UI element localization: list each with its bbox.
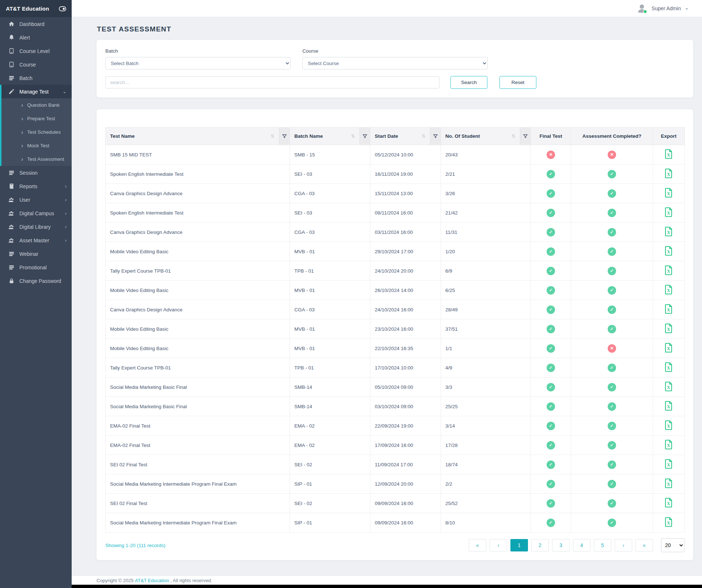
- batch-select[interactable]: Select Batch: [105, 57, 291, 69]
- sidebar-item-batch[interactable]: Batch: [0, 71, 72, 85]
- pagination-next-button[interactable]: ›: [615, 539, 632, 551]
- export-excel-button[interactable]: X: [665, 207, 673, 217]
- page-size-select[interactable]: 20: [661, 538, 684, 552]
- sidebar-item-digital-library[interactable]: Digital Library›: [0, 220, 72, 234]
- chevron-down-icon: ⌄: [684, 5, 689, 11]
- export-excel-button[interactable]: X: [665, 246, 673, 256]
- export-excel-button[interactable]: X: [665, 304, 673, 314]
- export-excel-button[interactable]: X: [665, 401, 673, 411]
- search-input[interactable]: [105, 76, 439, 88]
- sidebar-item-course[interactable]: Course: [0, 58, 72, 71]
- filter-card: Batch Select Batch Course Select Course: [97, 40, 693, 98]
- export-excel-button[interactable]: X: [665, 168, 673, 178]
- sidebar-item-reports[interactable]: Reports›: [0, 179, 72, 193]
- pagination-page-1[interactable]: 1: [510, 539, 528, 551]
- pagination-page-4[interactable]: 4: [573, 539, 590, 551]
- sidebar-item-digital-campus[interactable]: Digital Campus›: [0, 206, 72, 220]
- filter-funnel-icon[interactable]: [279, 128, 290, 145]
- cell-batch-name: MVB - 01: [290, 339, 370, 358]
- cell-test-name: Canva Graphics Design Advance: [106, 184, 290, 203]
- sidebar-item-webinar[interactable]: Webinar: [0, 247, 72, 261]
- cell-start-date: 12/09/2024 20:00: [370, 474, 441, 494]
- export-excel-button[interactable]: X: [665, 265, 673, 275]
- sidebar-item-course-level[interactable]: Course Level: [0, 44, 72, 58]
- cell-export: X: [653, 164, 685, 184]
- table-row: Social Media Marketing Basic FinalSMB-14…: [106, 397, 685, 416]
- sidebar-item-label: Course Level: [19, 48, 50, 54]
- sidebar-item-test-schedules[interactable]: ›Test Schedules: [1, 125, 72, 139]
- export-excel-button[interactable]: X: [665, 285, 673, 295]
- cell-export: X: [653, 300, 685, 319]
- cell-assessment-completed: ✓: [571, 455, 653, 474]
- footer-brand-link[interactable]: AT&T Education: [135, 578, 169, 583]
- cell-test-name: Social Media Marketing Basic Final: [106, 397, 290, 416]
- column-header-batch-name[interactable]: Batch Name⇅: [290, 128, 370, 145]
- pagination-prev-button[interactable]: ‹: [490, 539, 507, 551]
- cell-start-date: 24/10/2024 16:00: [370, 300, 441, 319]
- cell-test-name: Spoken English Intermediate Test: [106, 203, 290, 223]
- sidebar-item-session[interactable]: Session: [0, 166, 72, 179]
- reset-button[interactable]: Reset: [499, 76, 536, 89]
- cell-students: 1/1: [441, 339, 531, 358]
- search-button[interactable]: Search: [450, 76, 487, 89]
- sidebar-item-question-bank[interactable]: ›Question Bank: [1, 98, 72, 112]
- cell-final-test: ✓: [531, 358, 571, 378]
- chevron-right-icon: ›: [21, 116, 23, 122]
- column-header-no-of-student[interactable]: No. Of Student⇅: [441, 128, 531, 145]
- table-header-row: Test Name⇅Batch Name⇅Start Date⇅No. Of S…: [106, 128, 685, 145]
- users-icon: [8, 210, 15, 217]
- export-excel-button[interactable]: X: [665, 420, 673, 430]
- cell-assessment-completed: ✓: [571, 319, 653, 339]
- column-header-label: Assessment Completed?: [582, 133, 641, 139]
- cell-students: 2/21: [441, 164, 531, 184]
- bars-icon: [8, 170, 15, 176]
- export-excel-button[interactable]: X: [665, 440, 673, 449]
- sidebar-item-change-password[interactable]: Change Password: [0, 274, 72, 288]
- assessment-status-icon: ✓: [608, 441, 616, 449]
- export-excel-button[interactable]: X: [665, 459, 673, 469]
- user-menu[interactable]: Super Admin ⌄: [637, 3, 689, 14]
- export-excel-button[interactable]: X: [665, 227, 673, 236]
- pagination-page-5[interactable]: 5: [594, 539, 611, 551]
- pagination-page-2[interactable]: 2: [531, 539, 549, 551]
- cell-students: 3/26: [441, 184, 531, 203]
- table-row: Canva Graphics Design AdvanceCGA - 0324/…: [106, 300, 685, 319]
- column-header-test-name[interactable]: Test Name⇅: [106, 128, 290, 145]
- pagination-page-3[interactable]: 3: [552, 539, 570, 551]
- export-excel-button[interactable]: X: [665, 149, 673, 159]
- export-excel-button[interactable]: X: [665, 517, 673, 527]
- sidebar-item-test-assessment[interactable]: ›Test Assessment: [1, 152, 72, 166]
- pagination-buttons: «‹12345›»: [469, 539, 653, 551]
- pagination-first-button[interactable]: «: [469, 539, 486, 551]
- export-excel-button[interactable]: X: [665, 343, 673, 353]
- sidebar-item-manage-test[interactable]: Manage Test⌄: [1, 85, 72, 98]
- sidebar-item-dashboard[interactable]: Dashboard: [0, 17, 72, 31]
- sidebar-item-asset-master[interactable]: Asset Master›: [0, 234, 72, 247]
- brand-title: AT&T Education: [6, 5, 49, 12]
- export-excel-button[interactable]: X: [665, 382, 673, 391]
- export-excel-button[interactable]: X: [665, 498, 673, 508]
- export-excel-button[interactable]: X: [665, 478, 673, 488]
- filter-funnel-icon[interactable]: [430, 128, 441, 145]
- chevron-right-icon: ›: [65, 224, 67, 229]
- cell-final-test: ✓: [531, 339, 571, 358]
- sidebar-item-mock-test[interactable]: ›Mock Test: [1, 139, 72, 152]
- cell-test-name: Canva Graphics Design Advance: [106, 223, 290, 242]
- course-select[interactable]: Select Course: [302, 57, 488, 69]
- pagination-last-button[interactable]: »: [635, 539, 653, 551]
- export-excel-button[interactable]: X: [665, 362, 673, 372]
- sidebar-item-prepare-test[interactable]: ›Prepare Test: [1, 112, 72, 125]
- filter-funnel-icon[interactable]: [359, 128, 370, 145]
- export-excel-button[interactable]: X: [665, 323, 673, 333]
- export-excel-button[interactable]: X: [665, 188, 673, 198]
- pagination: «‹12345›» 20: [469, 538, 684, 552]
- sidebar-item-alert[interactable]: Alert: [0, 31, 72, 44]
- sidebar-toggle-icon[interactable]: [59, 6, 66, 11]
- sidebar-item-user[interactable]: User›: [0, 193, 72, 206]
- user-name: Super Admin: [652, 5, 681, 11]
- column-header-start-date[interactable]: Start Date⇅: [370, 128, 441, 145]
- cell-final-test: ✓: [531, 184, 571, 203]
- sidebar-item-promotional[interactable]: Promotional: [0, 261, 72, 274]
- svg-text:X: X: [667, 463, 670, 467]
- filter-funnel-icon[interactable]: [520, 128, 531, 145]
